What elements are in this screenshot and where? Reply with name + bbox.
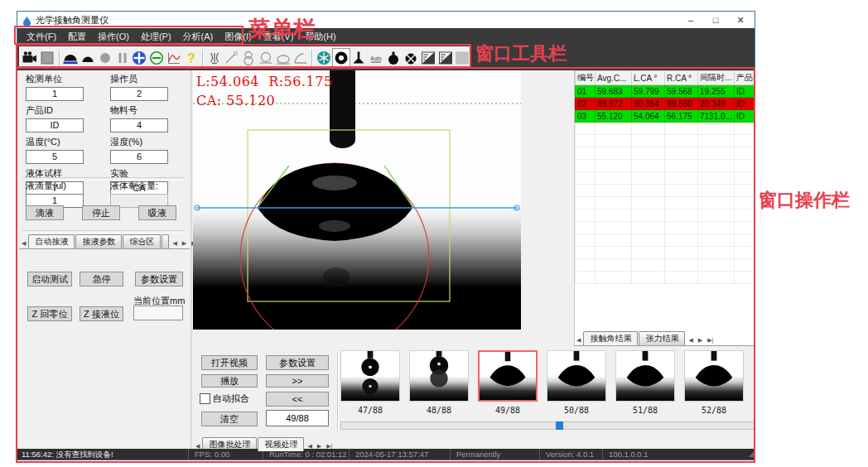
drop-icon[interactable] (79, 48, 96, 68)
column-header[interactable]: Avg.C... (596, 71, 632, 85)
record-icon[interactable] (96, 48, 113, 68)
menu-item[interactable]: 图像(I) (219, 31, 257, 43)
tab[interactable]: 自动接液 (28, 234, 75, 248)
tab[interactable]: 综合区 (123, 234, 161, 248)
table-row[interactable]: 0159.68359.79959.56819.255ID (576, 85, 755, 98)
zoom-out-icon[interactable] (148, 48, 166, 68)
pause-icon[interactable] (113, 48, 131, 68)
menu-item[interactable]: 操作(O) (92, 31, 135, 43)
donut-icon[interactable] (332, 48, 350, 68)
dispense-button[interactable]: 滴液 (26, 205, 64, 220)
field-input[interactable]: 6 (110, 150, 168, 164)
tab-scroll-left-icon[interactable]: ◀ (686, 337, 695, 345)
minimize-button[interactable]: – (678, 12, 703, 28)
field-input[interactable]: 1 (26, 87, 84, 101)
levels-a-icon[interactable] (419, 48, 436, 68)
help-icon[interactable]: ? (182, 48, 200, 68)
auto-icon[interactable]: Auto (368, 48, 385, 68)
camera-image[interactable]: L:54.064 R:56.175 CA: 55.120 (193, 70, 521, 330)
stop-button[interactable]: 停止 (82, 205, 120, 220)
tab-scroll-left-icon[interactable]: ◀ (574, 337, 583, 345)
sphere-delete-icon[interactable] (403, 48, 420, 68)
estop-button[interactable]: 急停 (80, 272, 123, 286)
dispense-actions: 滴液停止吸液 (26, 205, 183, 220)
tab[interactable]: 张力结果 (639, 331, 685, 345)
snowflake-icon[interactable] (315, 48, 332, 68)
sphere-icon[interactable] (385, 48, 403, 68)
frame-slider-track[interactable] (340, 421, 755, 430)
table-cell (735, 247, 755, 259)
z-home-button[interactable]: Z 回零位 (27, 306, 72, 321)
frame-thumbnail[interactable] (409, 350, 469, 402)
curve-icon[interactable] (166, 48, 183, 68)
clamp-icon[interactable] (205, 48, 223, 68)
tab[interactable]: 接触角结果 (583, 331, 638, 345)
frame-thumbnail[interactable] (615, 350, 675, 402)
camera-icon[interactable] (22, 48, 39, 68)
stand-icon[interactable] (350, 48, 368, 68)
column-header[interactable]: 间隔时... (698, 71, 735, 85)
toolbar-separator (202, 50, 203, 66)
frame-thumbnail[interactable] (478, 350, 538, 402)
clear-button[interactable]: 清空 (201, 412, 258, 426)
pendant-drop-icon[interactable] (240, 48, 258, 68)
menu-item[interactable]: 查看(V) (258, 31, 300, 43)
line-tool-icon[interactable] (223, 48, 240, 68)
menu-item[interactable]: 处理(P) (135, 31, 177, 43)
drop-baseline-icon[interactable] (62, 48, 80, 68)
field-input[interactable]: ID (26, 118, 84, 132)
param-settings-button[interactable]: 参数设置 (135, 272, 183, 286)
column-header[interactable]: 产品ID (735, 71, 755, 85)
zoom-in-icon[interactable] (131, 48, 148, 68)
circle-base-icon[interactable] (258, 48, 275, 68)
frame-counter[interactable]: 49/88 (266, 410, 329, 426)
resize-grip[interactable]: ◢ (749, 450, 754, 459)
close-button[interactable]: ✕ (728, 12, 753, 28)
field-input[interactable]: 2 (110, 87, 168, 101)
frame-thumbnail[interactable] (547, 350, 606, 402)
playback-param-button[interactable]: 参数设置 (266, 355, 329, 370)
tab-scroll-right-icon[interactable]: ▶ (696, 337, 705, 345)
column-header[interactable]: R.CA ° (665, 71, 698, 85)
frame-forward-button[interactable]: >> (266, 374, 329, 388)
table-row[interactable]: 0355.12054.06456.1757131.0...ID (576, 110, 755, 123)
frame-slider-handle[interactable] (556, 421, 563, 430)
tab-scroll-right-icon[interactable]: ▶ (180, 240, 189, 248)
table-row[interactable]: 0289.97290.35489.59020.349ID (576, 98, 755, 110)
stop-icon[interactable] (39, 48, 56, 68)
z-touch-button[interactable]: Z 接液位 (80, 306, 123, 321)
frame-backward-button[interactable]: << (266, 392, 329, 407)
blank-icon[interactable] (454, 48, 471, 68)
column-header[interactable]: L.CA ° (632, 71, 665, 85)
column-header[interactable]: 编号 (576, 71, 596, 85)
field-input[interactable]: 4 (110, 118, 168, 132)
tab-scroll-end-icon[interactable]: ▶| (705, 337, 716, 345)
ellipse-icon[interactable] (275, 48, 292, 68)
autofit-checkbox[interactable] (200, 393, 210, 404)
menu-item[interactable]: 配置 (62, 31, 92, 43)
tab[interactable]: 接液参数 (75, 234, 122, 248)
table-cell: ID (735, 110, 755, 123)
menu-item[interactable]: 文件(F) (21, 31, 62, 43)
table-cell (632, 185, 665, 197)
levels-b-icon[interactable] (436, 48, 454, 68)
tab-scroll-left-icon[interactable]: ◀ (170, 240, 179, 248)
maximize-button[interactable]: □ (703, 12, 728, 28)
menu-item[interactable]: 帮助(H) (299, 31, 341, 43)
aspirate-button[interactable]: 吸液 (138, 205, 176, 220)
frame-thumbnail[interactable] (684, 350, 744, 402)
tab-scroll-left-icon[interactable]: ◀ (19, 240, 28, 248)
tab[interactable]: 视频处理 (258, 437, 304, 451)
table-cell (698, 259, 735, 272)
menu-item[interactable]: 分析(A) (177, 31, 219, 43)
field-input[interactable]: 5 (26, 150, 84, 164)
angle-icon[interactable] (292, 48, 309, 68)
play-button[interactable]: 播放 (201, 374, 258, 388)
position-input[interactable] (133, 306, 183, 320)
table-cell (735, 272, 755, 284)
frame-thumbnail[interactable] (340, 350, 400, 402)
start-test-button[interactable]: 启动测试 (27, 272, 72, 286)
ca-readout: CA: 55.120 (196, 93, 275, 108)
tab[interactable]: 集 (162, 234, 169, 248)
open-video-button[interactable]: 打开视频 (201, 355, 258, 370)
